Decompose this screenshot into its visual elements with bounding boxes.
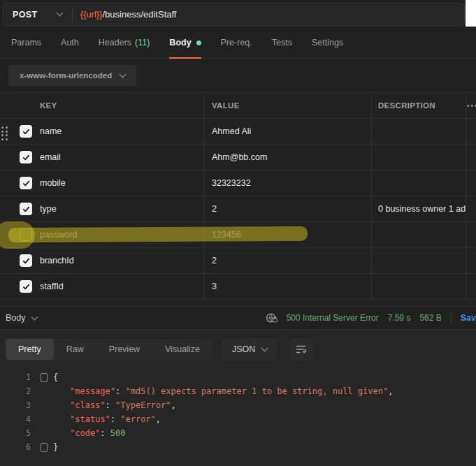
param-value[interactable]: Ahm@bb.com [212, 152, 267, 162]
key-cell: staffId [0, 274, 204, 299]
description-cell [372, 248, 466, 273]
response-code: 1{2"message": "md5() expects parameter 1… [0, 361, 476, 454]
header-description: DESCRIPTION [372, 93, 466, 118]
line-number: 2 [0, 384, 41, 398]
method-selector[interactable]: POST [3, 3, 72, 25]
chevron-down-icon [120, 71, 127, 78]
param-key[interactable]: staffId [40, 282, 64, 291]
save-response-button[interactable]: Sav [461, 313, 476, 323]
drag-handle-icon[interactable] [1, 126, 8, 140]
tab-settings[interactable]: Settings [312, 28, 343, 59]
tab-prereq[interactable]: Pre-req. [221, 28, 252, 59]
description-cell [372, 119, 466, 144]
view-tab-preview[interactable]: Preview [96, 339, 152, 360]
tab-label: Body [169, 38, 191, 48]
row-checkbox-checked[interactable] [20, 254, 32, 267]
row-more-cell [466, 248, 476, 273]
response-time[interactable]: 7.59 s [388, 313, 411, 323]
url-path: /business/editStaff [102, 9, 176, 20]
status-badge[interactable]: 500 Internal Server Error [287, 313, 379, 323]
format-label: JSON [232, 344, 255, 354]
param-row-email: emailAhm@bb.com [0, 145, 476, 170]
code-line: 5"code": 500 [0, 426, 476, 440]
code-text: "code": 500 [53, 426, 126, 440]
body-type-selector[interactable]: x-www-form-urlencoded [8, 65, 136, 86]
tab-params[interactable]: Params [11, 28, 41, 59]
row-checkbox-unchecked[interactable] [20, 228, 32, 241]
fold-spacer [41, 398, 53, 412]
param-value[interactable]: 2 [212, 256, 217, 265]
view-tab-raw[interactable]: Raw [54, 339, 96, 360]
fold-marker-icon[interactable] [41, 370, 53, 384]
row-checkbox-checked[interactable] [20, 177, 32, 189]
header-more-cell: ••• [466, 93, 476, 118]
url-variable: {{url}} [80, 9, 103, 20]
code-text: "class": "TypeError", [53, 398, 176, 412]
value-cell: Ahmed Ali [204, 119, 372, 144]
wrap-lines-icon [296, 344, 307, 354]
param-value[interactable]: 123456 [212, 230, 241, 240]
value-cell: Ahm@bb.com [204, 145, 372, 170]
unsaved-dot-icon [196, 41, 201, 45]
view-tab-pretty[interactable]: Pretty [6, 339, 54, 360]
tab-headers[interactable]: Headers(11) [99, 28, 150, 59]
row-checkbox-checked[interactable] [20, 151, 32, 163]
value-cell: 3 [204, 274, 372, 299]
tab-body[interactable]: Body [169, 28, 201, 59]
response-meta-bar: Body 500 Internal Server Error 7.59 s 56… [0, 306, 476, 329]
param-key[interactable]: branchId [40, 256, 74, 265]
tab-label: Headers [99, 38, 131, 48]
url-input[interactable]: {{url}}/business/editStaff [73, 9, 177, 20]
wrap-lines-button[interactable] [289, 338, 313, 361]
view-tab-visualize[interactable]: Visualize [152, 339, 212, 360]
param-row-type: type20 business owner 1 ad [0, 196, 476, 222]
param-value[interactable]: 2 [212, 204, 217, 214]
window-edge [466, 0, 476, 27]
key-cell: password [0, 222, 204, 247]
row-checkbox-checked[interactable] [20, 125, 32, 138]
tab-auth[interactable]: Auth [61, 28, 79, 59]
fold-spacer [41, 412, 53, 426]
fold-marker-icon[interactable] [41, 440, 53, 454]
param-row-name: nameAhmed Ali [0, 119, 476, 145]
param-row-password: password123456 [0, 222, 476, 248]
row-checkbox-checked[interactable] [20, 203, 32, 215]
value-cell: 32323232 [204, 170, 372, 196]
cookies-icon[interactable] [266, 312, 277, 323]
tab-label: Tests [272, 38, 292, 48]
format-selector[interactable]: JSON [222, 338, 277, 361]
response-body-dropdown[interactable]: Body [6, 313, 37, 323]
param-key[interactable]: mobile [40, 178, 66, 188]
param-key[interactable]: email [40, 152, 61, 162]
description-cell [372, 170, 466, 196]
row-more-cell [466, 196, 476, 221]
key-cell: name [0, 119, 204, 144]
param-value[interactable]: 3 [212, 282, 217, 291]
response-size[interactable]: 562 B [419, 313, 441, 323]
row-more-cell [466, 170, 476, 196]
code-line: 6} [0, 440, 476, 454]
fold-spacer [41, 426, 53, 440]
tab-tests[interactable]: Tests [272, 28, 292, 59]
param-value[interactable]: 32323232 [212, 178, 251, 188]
tab-label: Pre-req. [221, 38, 252, 48]
code-line: 4"status": "error", [0, 412, 476, 426]
postman-request-window: POST {{url}}/business/editStaff ParamsAu… [0, 0, 476, 466]
code-line: 1{ [0, 370, 476, 384]
param-key[interactable]: type [40, 204, 57, 214]
description-cell [372, 145, 466, 170]
param-description[interactable]: 0 business owner 1 ad [378, 204, 466, 214]
row-more-cell [466, 119, 476, 144]
key-cell: branchId [0, 248, 204, 273]
request-tabs: ParamsAuthHeaders(11)BodyPre-req.TestsSe… [0, 28, 476, 59]
more-options-icon[interactable]: ••• [467, 102, 476, 110]
code-line: 2"message": "md5() expects parameter 1 t… [0, 384, 476, 398]
chevron-down-icon [261, 344, 268, 351]
line-number: 6 [0, 440, 41, 454]
row-checkbox-checked[interactable] [20, 280, 32, 293]
param-value[interactable]: Ahmed Ali [212, 126, 251, 136]
param-key[interactable]: name [40, 126, 62, 136]
header-value: VALUE [204, 93, 372, 118]
param-key[interactable]: password [40, 230, 78, 240]
headers-count-badge: (11) [135, 38, 150, 48]
